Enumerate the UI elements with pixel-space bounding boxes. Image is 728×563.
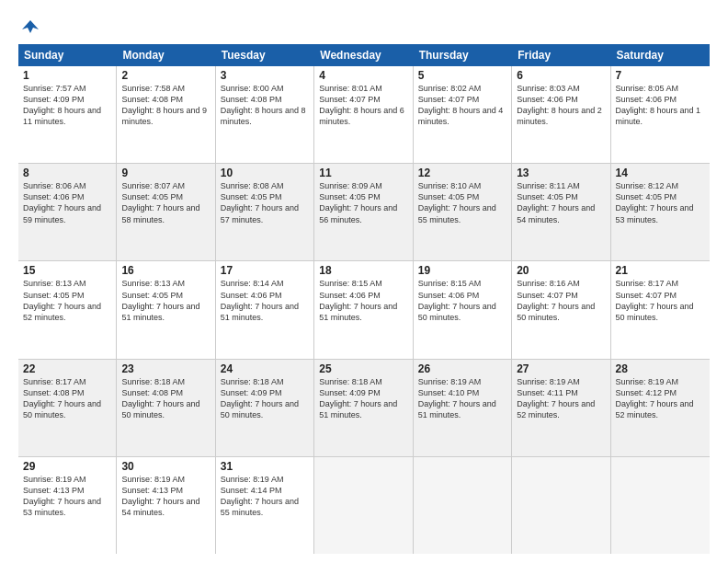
- day-info: Sunrise: 8:19 AMSunset: 4:14 PMDaylight:…: [221, 474, 309, 519]
- calendar-cell: [414, 457, 512, 554]
- day-info: Sunrise: 8:19 AMSunset: 4:13 PMDaylight:…: [121, 474, 210, 519]
- calendar-cell: 18Sunrise: 8:15 AMSunset: 4:06 PMDayligh…: [314, 261, 413, 358]
- logo-bird-icon: [20, 17, 40, 37]
- calendar-cell: 8Sunrise: 8:06 AMSunset: 4:06 PMDaylight…: [18, 164, 117, 260]
- day-info: Sunrise: 8:01 AMSunset: 4:07 PMDaylight:…: [319, 83, 407, 128]
- day-info: Sunrise: 8:18 AMSunset: 4:09 PMDaylight:…: [319, 376, 407, 421]
- header-day-tuesday: Tuesday: [216, 44, 314, 66]
- calendar-week-1: 1Sunrise: 7:57 AMSunset: 4:09 PMDaylight…: [18, 66, 710, 164]
- page: SundayMondayTuesdayWednesdayThursdayFrid…: [0, 0, 728, 563]
- day-info: Sunrise: 8:17 AMSunset: 4:07 PMDaylight:…: [616, 278, 705, 323]
- calendar-cell: 24Sunrise: 8:18 AMSunset: 4:09 PMDayligh…: [216, 360, 314, 456]
- day-number: 31: [221, 460, 309, 473]
- calendar-cell: 2Sunrise: 7:58 AMSunset: 4:08 PMDaylight…: [117, 66, 215, 163]
- day-number: 1: [23, 69, 111, 82]
- day-info: Sunrise: 8:19 AMSunset: 4:12 PMDaylight:…: [616, 376, 705, 421]
- calendar-cell: 3Sunrise: 8:00 AMSunset: 4:08 PMDaylight…: [216, 66, 314, 163]
- svg-marker-0: [22, 20, 39, 33]
- day-number: 20: [517, 264, 605, 277]
- day-info: Sunrise: 8:00 AMSunset: 4:08 PMDaylight:…: [221, 83, 309, 128]
- calendar-cell: 19Sunrise: 8:15 AMSunset: 4:06 PMDayligh…: [414, 261, 512, 358]
- calendar-cell: [512, 457, 610, 554]
- day-info: Sunrise: 8:13 AMSunset: 4:05 PMDaylight:…: [23, 278, 111, 323]
- calendar-body: 1Sunrise: 7:57 AMSunset: 4:09 PMDaylight…: [18, 66, 710, 554]
- header-day-friday: Friday: [512, 44, 610, 66]
- day-info: Sunrise: 8:15 AMSunset: 4:06 PMDaylight:…: [418, 278, 506, 323]
- calendar-cell: 6Sunrise: 8:03 AMSunset: 4:06 PMDaylight…: [512, 66, 610, 163]
- day-info: Sunrise: 8:13 AMSunset: 4:05 PMDaylight:…: [121, 278, 210, 323]
- calendar-cell: 5Sunrise: 8:02 AMSunset: 4:07 PMDaylight…: [414, 66, 512, 163]
- day-number: 5: [418, 69, 506, 82]
- day-number: 27: [517, 362, 605, 375]
- day-info: Sunrise: 8:09 AMSunset: 4:05 PMDaylight:…: [319, 180, 407, 225]
- calendar-week-3: 15Sunrise: 8:13 AMSunset: 4:05 PMDayligh…: [18, 261, 710, 359]
- header-day-saturday: Saturday: [611, 44, 710, 66]
- calendar-cell: 1Sunrise: 7:57 AMSunset: 4:09 PMDaylight…: [18, 66, 117, 163]
- day-info: Sunrise: 8:12 AMSunset: 4:05 PMDaylight:…: [616, 180, 705, 225]
- calendar-week-2: 8Sunrise: 8:06 AMSunset: 4:06 PMDaylight…: [18, 164, 710, 261]
- day-number: 8: [23, 167, 111, 179]
- calendar-cell: 13Sunrise: 8:11 AMSunset: 4:05 PMDayligh…: [512, 164, 610, 260]
- day-info: Sunrise: 8:14 AMSunset: 4:06 PMDaylight:…: [221, 278, 309, 323]
- day-info: Sunrise: 8:05 AMSunset: 4:06 PMDaylight:…: [616, 83, 705, 128]
- calendar-cell: 11Sunrise: 8:09 AMSunset: 4:05 PMDayligh…: [314, 164, 413, 260]
- day-info: Sunrise: 7:58 AMSunset: 4:08 PMDaylight:…: [121, 83, 210, 128]
- day-number: 9: [121, 167, 210, 179]
- day-info: Sunrise: 8:10 AMSunset: 4:05 PMDaylight:…: [418, 180, 506, 225]
- calendar-cell: 10Sunrise: 8:08 AMSunset: 4:05 PMDayligh…: [216, 164, 314, 260]
- day-info: Sunrise: 8:18 AMSunset: 4:08 PMDaylight:…: [121, 376, 210, 421]
- day-info: Sunrise: 8:16 AMSunset: 4:07 PMDaylight:…: [517, 278, 605, 323]
- calendar-cell: 21Sunrise: 8:17 AMSunset: 4:07 PMDayligh…: [611, 261, 710, 358]
- day-info: Sunrise: 8:19 AMSunset: 4:11 PMDaylight:…: [517, 376, 605, 421]
- calendar-header: SundayMondayTuesdayWednesdayThursdayFrid…: [18, 44, 710, 66]
- calendar-cell: 17Sunrise: 8:14 AMSunset: 4:06 PMDayligh…: [216, 261, 314, 358]
- day-number: 17: [221, 264, 309, 277]
- header-day-sunday: Sunday: [18, 44, 117, 66]
- calendar-cell: 26Sunrise: 8:19 AMSunset: 4:10 PMDayligh…: [414, 360, 512, 456]
- day-number: 26: [418, 362, 506, 375]
- calendar-cell: 23Sunrise: 8:18 AMSunset: 4:08 PMDayligh…: [117, 360, 215, 456]
- calendar-cell: 16Sunrise: 8:13 AMSunset: 4:05 PMDayligh…: [117, 261, 215, 358]
- day-number: 12: [418, 167, 506, 179]
- day-number: 6: [517, 69, 605, 82]
- calendar-cell: 31Sunrise: 8:19 AMSunset: 4:14 PMDayligh…: [216, 457, 314, 554]
- calendar-cell: 30Sunrise: 8:19 AMSunset: 4:13 PMDayligh…: [117, 457, 215, 554]
- day-info: Sunrise: 8:17 AMSunset: 4:08 PMDaylight:…: [23, 376, 111, 421]
- header-day-monday: Monday: [117, 44, 215, 66]
- day-number: 19: [418, 264, 506, 277]
- day-number: 23: [121, 362, 210, 375]
- day-info: Sunrise: 8:11 AMSunset: 4:05 PMDaylight:…: [517, 180, 605, 225]
- calendar: SundayMondayTuesdayWednesdayThursdayFrid…: [18, 44, 710, 554]
- day-info: Sunrise: 7:57 AMSunset: 4:09 PMDaylight:…: [23, 83, 111, 128]
- day-number: 14: [616, 167, 705, 179]
- calendar-cell: 20Sunrise: 8:16 AMSunset: 4:07 PMDayligh…: [512, 261, 610, 358]
- day-number: 18: [319, 264, 407, 277]
- calendar-week-5: 29Sunrise: 8:19 AMSunset: 4:13 PMDayligh…: [18, 457, 710, 554]
- day-info: Sunrise: 8:02 AMSunset: 4:07 PMDaylight:…: [418, 83, 506, 128]
- day-number: 25: [319, 362, 407, 375]
- day-info: Sunrise: 8:07 AMSunset: 4:05 PMDaylight:…: [121, 180, 210, 225]
- calendar-cell: 14Sunrise: 8:12 AMSunset: 4:05 PMDayligh…: [611, 164, 710, 260]
- day-number: 16: [121, 264, 210, 277]
- calendar-cell: 7Sunrise: 8:05 AMSunset: 4:06 PMDaylight…: [611, 66, 710, 163]
- day-number: 7: [616, 69, 705, 82]
- day-number: 3: [221, 69, 309, 82]
- day-number: 2: [121, 69, 210, 82]
- calendar-cell: 9Sunrise: 8:07 AMSunset: 4:05 PMDaylight…: [117, 164, 215, 260]
- day-number: 15: [23, 264, 111, 277]
- header-day-thursday: Thursday: [414, 44, 512, 66]
- day-info: Sunrise: 8:08 AMSunset: 4:05 PMDaylight:…: [221, 180, 309, 225]
- calendar-cell: 12Sunrise: 8:10 AMSunset: 4:05 PMDayligh…: [414, 164, 512, 260]
- calendar-week-4: 22Sunrise: 8:17 AMSunset: 4:08 PMDayligh…: [18, 360, 710, 457]
- calendar-cell: 27Sunrise: 8:19 AMSunset: 4:11 PMDayligh…: [512, 360, 610, 456]
- day-number: 29: [23, 460, 111, 473]
- calendar-cell: 4Sunrise: 8:01 AMSunset: 4:07 PMDaylight…: [314, 66, 413, 163]
- header: [18, 17, 710, 37]
- day-number: 28: [616, 362, 705, 375]
- logo: [18, 17, 40, 37]
- header-day-wednesday: Wednesday: [314, 44, 413, 66]
- calendar-cell: 28Sunrise: 8:19 AMSunset: 4:12 PMDayligh…: [611, 360, 710, 456]
- day-info: Sunrise: 8:06 AMSunset: 4:06 PMDaylight:…: [23, 180, 111, 225]
- calendar-cell: 22Sunrise: 8:17 AMSunset: 4:08 PMDayligh…: [18, 360, 117, 456]
- day-number: 24: [221, 362, 309, 375]
